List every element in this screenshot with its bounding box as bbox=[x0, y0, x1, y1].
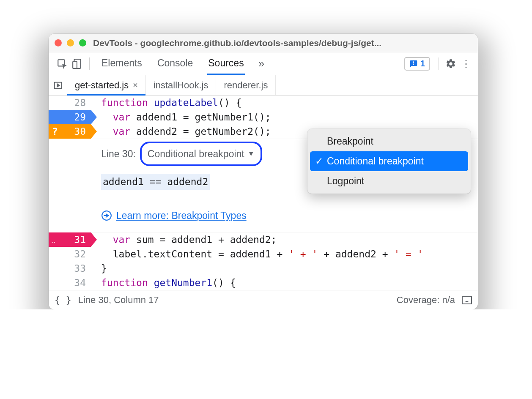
line-number-logpoint[interactable]: ‥31 bbox=[49, 232, 91, 247]
close-tab-icon[interactable]: × bbox=[133, 80, 138, 90]
code-line: ‥31 var sum = addend1 + addend2; bbox=[49, 232, 478, 247]
line-number[interactable]: 28 bbox=[49, 96, 91, 110]
file-tab-label: installHook.js bbox=[154, 80, 208, 91]
window-title: DevTools - googlechrome.github.io/devtoo… bbox=[93, 38, 472, 48]
line-number[interactable]: 33 bbox=[49, 261, 91, 276]
file-tab-label: renderer.js bbox=[224, 80, 268, 91]
logpoint-marker-icon: ‥ bbox=[51, 233, 56, 248]
more-options-icon[interactable]: ⋮ bbox=[458, 58, 474, 70]
conditional-marker-icon: ? bbox=[52, 124, 58, 139]
file-tab-get-started[interactable]: get-started.js × bbox=[67, 75, 146, 95]
inspect-element-icon[interactable] bbox=[55, 56, 70, 71]
toolbar-divider-2 bbox=[439, 57, 439, 70]
navigator-toggle-icon[interactable] bbox=[49, 75, 67, 95]
svg-rect-2 bbox=[73, 61, 77, 68]
menu-item-logpoint[interactable]: Logpoint bbox=[310, 171, 468, 191]
window-controls bbox=[55, 39, 86, 46]
panel-tabs: Elements Console Sources bbox=[101, 52, 245, 75]
cursor-position: Line 30, Column 17 bbox=[78, 295, 159, 306]
chevron-down-icon: ▼ bbox=[248, 147, 255, 161]
breakpoint-type-menu: Breakpoint Conditional breakpoint Logpoi… bbox=[307, 129, 471, 194]
line-number-breakpoint[interactable]: 29 bbox=[49, 110, 91, 124]
breakpoint-expression-input[interactable]: addend1 == addend2 bbox=[101, 174, 210, 190]
menu-item-conditional-breakpoint[interactable]: Conditional breakpoint bbox=[310, 151, 468, 171]
toolbar-divider bbox=[89, 57, 90, 70]
tab-sources[interactable]: Sources bbox=[207, 52, 244, 75]
file-tab-renderer[interactable]: renderer.js bbox=[216, 75, 276, 95]
main-toolbar: Elements Console Sources » 1 ⋮ bbox=[49, 52, 478, 75]
minimize-window-button[interactable] bbox=[67, 39, 74, 46]
code-line: 28 function updateLabel() { bbox=[49, 96, 478, 110]
file-tab-installhook[interactable]: installHook.js bbox=[146, 75, 217, 95]
status-bar: { } Line 30, Column 17 Coverage: n/a bbox=[49, 290, 478, 309]
breakpoint-type-dropdown[interactable]: Conditional breakpoint ▼ bbox=[140, 142, 262, 166]
breakpoint-line-label: Line 30: bbox=[101, 147, 136, 161]
titlebar: DevTools - googlechrome.github.io/devtoo… bbox=[49, 34, 478, 52]
menu-item-breakpoint[interactable]: Breakpoint bbox=[310, 131, 468, 151]
line-number-conditional-breakpoint[interactable]: ?30 bbox=[49, 124, 91, 139]
settings-icon[interactable] bbox=[443, 58, 458, 69]
tab-console[interactable]: Console bbox=[156, 52, 194, 75]
line-number[interactable]: 32 bbox=[49, 247, 91, 261]
devtools-window: DevTools - googlechrome.github.io/devtoo… bbox=[49, 34, 478, 309]
show-drawer-icon[interactable] bbox=[462, 296, 472, 304]
code-line: 34 function getNumber1() { bbox=[49, 276, 478, 290]
file-tab-label: get-started.js bbox=[75, 80, 129, 91]
learn-more-link[interactable]: Learn more: Breakpoint Types bbox=[116, 208, 247, 223]
arrow-right-circle-icon bbox=[101, 210, 112, 221]
close-window-button[interactable] bbox=[55, 39, 62, 46]
breakpoint-type-label: Conditional breakpoint bbox=[148, 147, 244, 161]
code-line: 32 label.textContent = addend1 + ' + ' +… bbox=[49, 247, 478, 261]
code-line: 29 var addend1 = getNumber1(); bbox=[49, 110, 478, 124]
pretty-print-icon[interactable]: { } bbox=[55, 295, 71, 305]
more-tabs-icon[interactable]: » bbox=[255, 57, 268, 70]
code-line: 33 } bbox=[49, 261, 478, 276]
tab-elements[interactable]: Elements bbox=[101, 52, 143, 75]
device-toolbar-icon[interactable] bbox=[70, 56, 85, 71]
issues-badge[interactable]: 1 bbox=[404, 57, 430, 71]
line-number[interactable]: 34 bbox=[49, 276, 91, 290]
maximize-window-button[interactable] bbox=[79, 39, 86, 46]
issues-count: 1 bbox=[420, 59, 425, 68]
coverage-status: Coverage: n/a bbox=[397, 295, 455, 306]
file-tabs: get-started.js × installHook.js renderer… bbox=[49, 75, 478, 96]
learn-more-row: Learn more: Breakpoint Types bbox=[101, 208, 478, 223]
